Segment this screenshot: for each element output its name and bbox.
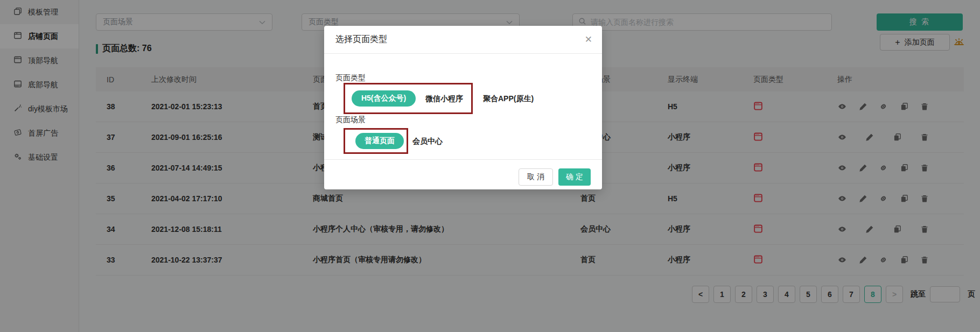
select-page-type-modal: 选择页面类型 ✕ 页面类型 H5(含公众号) 微信小程序 聚合APP(原生) 页… <box>324 26 602 189</box>
confirm-button[interactable]: 确 定 <box>558 168 591 186</box>
page-manager-app: 模板管理 店铺页面 顶部导航 底部导航 diy模板市场 首屏广告 基础设置 页面… <box>0 0 980 332</box>
option-member-center[interactable]: 会员中心 <box>412 137 443 146</box>
option-normal-page-selected[interactable]: 普通页面 <box>355 133 404 149</box>
modal-title: 选择页面类型 <box>335 34 387 45</box>
option-wechat-miniprogram[interactable]: 微信小程序 <box>425 94 463 104</box>
close-icon[interactable]: ✕ <box>585 35 592 44</box>
option-native-app[interactable]: 聚合APP(原生) <box>483 94 534 104</box>
cancel-button[interactable]: 取 消 <box>519 168 553 186</box>
option-h5-selected[interactable]: H5(含公众号) <box>352 90 416 107</box>
modal-footer: 取 消 确 定 <box>324 159 602 189</box>
page-scene-label: 页面场景 <box>335 115 366 125</box>
modal-header: 选择页面类型 ✕ <box>324 26 602 54</box>
page-type-label: 页面类型 <box>335 73 366 83</box>
